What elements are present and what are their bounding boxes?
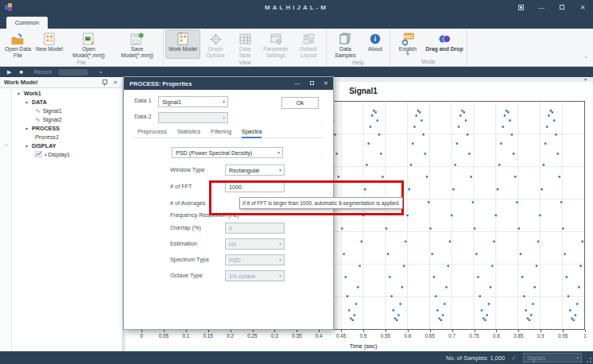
x-tick-label: 0.45 — [331, 333, 351, 339]
minimize-button[interactable]: — — [531, 0, 552, 14]
default-layout-button: Default Layout — [293, 29, 324, 59]
data-table-button: Data Table — [231, 29, 259, 59]
info-icon: i — [370, 32, 381, 46]
dialog-title-bar: PROCESS: Properties — ✕ — [124, 77, 333, 90]
interface-style-button[interactable] — [510, 0, 531, 14]
sine-wave-icon: ∿ — [35, 108, 41, 114]
window-title: MALHIJAL-M — [0, 4, 593, 11]
tree-node-process[interactable]: ▾ PROCESS — [25, 124, 121, 133]
stacked-pages-icon — [339, 32, 352, 46]
tab-common[interactable]: Common — [6, 17, 48, 29]
ribbon-group-view: Work Model Graph Options Data Table — [164, 29, 327, 66]
x-tick-mark — [274, 330, 275, 332]
expand-caret-icon[interactable]: ▾ — [25, 143, 28, 149]
x-tick-mark — [585, 330, 586, 332]
work-model-panel-header: Work Model ✕ — [0, 77, 122, 88]
open-data-file-button[interactable]: Open Data File — [2, 29, 34, 59]
ribbon: Open Data File New Model Open Model(*.mm… — [0, 29, 593, 67]
status-signal-select: Signal1 ▾ — [523, 353, 582, 362]
x-tick-label: 0.05 — [154, 333, 173, 339]
x-tick-mark — [363, 330, 364, 332]
maximize-button[interactable] — [552, 0, 572, 14]
work-model-panel: Work Model ✕ → ▾ Work1 ▾ DATA ∿ Signal1 … — [0, 77, 123, 351]
x-tick-mark — [319, 330, 320, 332]
resize-grip[interactable] — [585, 356, 591, 362]
expand-caret-icon[interactable]: ▾ — [25, 99, 28, 105]
x-tick-label: 0.7 — [443, 333, 462, 339]
octave-type-label: Octave Type — [170, 272, 203, 279]
record-toggle[interactable] — [58, 69, 88, 76]
select-caret-icon: ▾ — [279, 273, 281, 278]
drag-and-drop-button[interactable]: Drag and Drop — [424, 29, 465, 58]
panel-menu-caret-icon[interactable]: ▾ — [584, 76, 587, 82]
estimation-select: H1 ▾ — [225, 238, 285, 250]
dialog-close-button[interactable]: ✕ — [319, 80, 333, 87]
stop-button[interactable]: ■ — [19, 69, 22, 75]
work-model-button[interactable]: Work Model — [165, 29, 200, 59]
pin-icon[interactable] — [102, 79, 107, 86]
x-tick-label: 0.35 — [287, 333, 306, 339]
expand-caret-icon[interactable]: ▾ — [25, 126, 28, 131]
analysis-type-select[interactable]: PSD (Power Spectral Density) ▾ — [172, 147, 283, 158]
ribbon-group-label-mode: Mode — [392, 58, 465, 66]
ok-button[interactable]: Ok — [281, 97, 319, 109]
tree-node-data[interactable]: ▾ DATA — [25, 98, 121, 106]
estimation-label: Estimation — [170, 240, 197, 247]
dialog-maximize-button[interactable] — [304, 80, 319, 87]
table-icon — [239, 32, 251, 46]
select-caret-icon: ▾ — [279, 258, 281, 262]
x-tick-mark — [186, 330, 187, 332]
dialog-title: PROCESS: Properties — [130, 80, 192, 87]
tab-statistics[interactable]: Statistics — [177, 128, 200, 135]
select-caret-icon: ▾ — [223, 115, 225, 120]
tab-filtering[interactable]: Filtering — [211, 128, 231, 135]
ribbon-tab-strip: Common — [0, 14, 593, 29]
tree-node-work1[interactable]: ▾ Work1 — [17, 89, 121, 98]
x-tick-mark — [141, 330, 142, 332]
work-model-icon — [177, 32, 188, 46]
x-tick-mark — [341, 330, 342, 332]
data-samples-button[interactable]: Data Samples — [328, 29, 362, 59]
fft-tooltip: If # of FFT is larger than 1000, automat… — [239, 197, 403, 209]
x-tick-mark — [386, 330, 386, 332]
ribbon-group-file: Open Data File New Model Open Model(*.mm… — [0, 29, 164, 66]
save-model-button[interactable]: Save Model(*.mmj) — [113, 29, 161, 59]
data1-select[interactable]: Signal1 ▾ — [158, 96, 228, 107]
language-button[interactable]: ABC English ▾ — [392, 29, 424, 58]
spectrum-type-select: PSD ▾ — [225, 254, 285, 265]
window-type-select[interactable]: Rectangular ▾ — [225, 165, 285, 176]
ribbon-group-mode: ABC English ▾ Drag and Drop Mode — [390, 29, 467, 66]
select-caret-icon: ▾ — [277, 150, 280, 155]
x-tick-label: 0.75 — [465, 333, 484, 339]
open-model-icon — [83, 32, 95, 46]
tree-node-signal2[interactable]: ∿ Signal2 — [35, 115, 121, 124]
record-label: Record — [34, 69, 52, 75]
tab-spectra[interactable]: Spectra — [242, 128, 262, 138]
dialog-minimize-button[interactable]: — — [290, 80, 304, 87]
about-button[interactable]: i About — [362, 29, 388, 59]
open-folder-icon — [11, 32, 25, 46]
panel-close-icon[interactable]: ✕ — [113, 79, 118, 86]
tree-node-display[interactable]: ▾ DISPLAY — [25, 141, 121, 150]
current-item-arrow-icon: → — [2, 141, 9, 148]
open-model-button[interactable]: Open Model(*.mmj) — [64, 29, 113, 59]
close-button[interactable]: ✕ — [572, 0, 593, 14]
overlap-label: Overlap (%) — [170, 224, 201, 231]
title-bar: MALHIJAL-M — ✕ — [0, 0, 593, 14]
x-tick-label: 0.5 — [354, 333, 373, 339]
x-tick-label: 0.9 — [531, 333, 550, 339]
tree-node-process1[interactable]: Process1 — [35, 133, 121, 141]
language-dropdown-caret-icon: ▾ — [406, 52, 409, 56]
play-button[interactable]: ▶ — [7, 69, 11, 76]
expand-caret-icon[interactable]: ▾ — [17, 91, 20, 96]
x-tick-label: 0.3 — [265, 333, 284, 339]
tab-preprocess[interactable]: Preprocess — [138, 128, 167, 135]
tree-node-display1[interactable]: • Display1 — [35, 150, 121, 159]
sine-wave-icon: ∿ — [35, 117, 41, 123]
averages-label: # of Averages — [170, 199, 206, 207]
record-dropdown-caret-icon[interactable]: ▾ — [99, 69, 102, 75]
gear-icon — [210, 32, 222, 46]
tree-node-signal1[interactable]: ∿ Signal1 — [35, 106, 121, 115]
ribbon-collapse-icon[interactable]: ⌃ — [583, 56, 588, 62]
new-model-button[interactable]: New Model — [34, 29, 64, 59]
